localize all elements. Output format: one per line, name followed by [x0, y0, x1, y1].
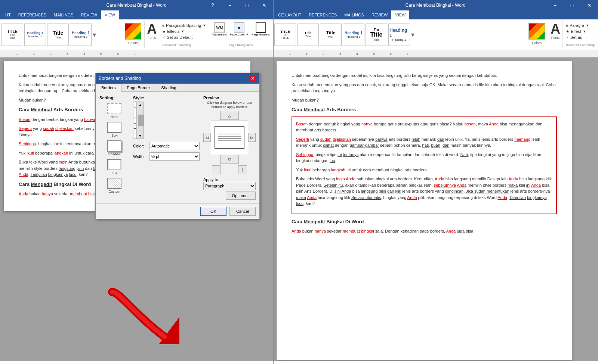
color-label: Color:: [133, 144, 148, 148]
dialog-close-btn[interactable]: ✕: [249, 75, 256, 82]
preview-hint: Click on diagram below or use buttons to…: [203, 101, 256, 109]
preview-bottom-border-btn[interactable]: ▽: [220, 155, 239, 164]
setting-shadow[interactable]: Shadow: [99, 140, 129, 157]
right-style-thumb-4[interactable]: Heading 1 Heading 1: [343, 24, 364, 46]
width-select[interactable]: ½ pt 1 pt 2 pt: [150, 152, 200, 161]
right-style-thumb-2[interactable]: Title Title: [297, 24, 319, 46]
apply-to-label: Apply to:: [203, 177, 219, 182]
style-line-none[interactable]: [134, 103, 136, 108]
custom-box: [107, 178, 121, 189]
right-bordered-para4: Yuk ikuti beberapa langkah ini untuk car…: [296, 167, 552, 173]
scroll-thumb: [138, 115, 144, 126]
style-line-dotted1[interactable]: [134, 118, 136, 124]
preview-line-4: [218, 140, 241, 141]
preview-inner-v-btn[interactable]: ⎮: [238, 165, 247, 174]
preview-line-1: [218, 134, 241, 134]
right-minimize-btn[interactable]: −: [546, 0, 564, 10]
options-button[interactable]: Options...: [226, 192, 256, 200]
shadow-box: [107, 140, 121, 152]
right-eff-arrow: ▼: [583, 29, 586, 33]
cancel-button[interactable]: Cancel: [229, 207, 256, 216]
right-close-btn[interactable]: ✕: [581, 0, 598, 10]
right-ps-icon: ≡: [566, 24, 568, 28]
box-label: Box: [111, 134, 117, 137]
dialog-controls[interactable]: ✕: [249, 75, 256, 82]
setting-custom[interactable]: Custom: [99, 177, 129, 194]
right-styles-scroll[interactable]: ▾: [411, 31, 414, 39]
right-tab-gelayout[interactable]: GE LAYOUT: [274, 10, 305, 19]
right-para2: Kalau sudah menemukan yang pas dan cocok…: [292, 82, 557, 94]
right-fonts-group: A Fonts: [548, 21, 563, 48]
threed-label: 3-D: [112, 171, 117, 175]
panel-divider: [273, 0, 274, 364]
dialog-tab-shading[interactable]: Shading: [155, 84, 182, 92]
right-tab-review[interactable]: REVIEW: [368, 10, 391, 19]
style-list-area: ▲ ▼: [133, 102, 200, 142]
right-style-thumb-5[interactable]: Tru Title Title: [366, 24, 387, 46]
preview-left-border-btn[interactable]: ◁: [203, 133, 211, 142]
right-style-title-tru: Tru: [374, 28, 379, 31]
right-style-thumb-1[interactable]: TITLE e TITLE: [274, 24, 296, 46]
setting-none[interactable]: None: [99, 102, 129, 119]
right-effects-item[interactable]: ★ Effect ▼: [566, 28, 595, 34]
style-line-solid1[interactable]: [134, 108, 136, 113]
settings-column: Setting: None Box Shadow: [99, 96, 129, 200]
right-style-title-lg: Title: [326, 30, 335, 35]
right-colors-block[interactable]: [528, 23, 545, 40]
style-line-solid3[interactable]: [134, 129, 136, 134]
right-style-title-preview: TITLE: [281, 30, 290, 34]
style-line-solid2[interactable]: [134, 124, 136, 129]
right-set-default-item[interactable]: ✓ Set as: [566, 34, 595, 40]
right-title-bar: Cara Membuat Bingkai - Word − □ ✕: [273, 0, 598, 10]
borders-shading-dialog: Borders and Shading ✕ Borders Page Borde…: [95, 73, 260, 219]
shadow-label: Shadow: [108, 152, 121, 156]
none-label: None: [110, 115, 118, 119]
scroll-up-btn[interactable]: ▲: [138, 103, 142, 107]
preview-line-2: [218, 136, 241, 137]
preview-bottom-controls: ▽: [203, 155, 256, 164]
preview-box[interactable]: [211, 121, 248, 154]
ok-button[interactable]: OK: [200, 207, 226, 216]
right-tab-view[interactable]: VIEW: [391, 10, 409, 19]
color-select[interactable]: Automatic: [150, 142, 200, 150]
preview-inner-h-btn[interactable]: ⎯: [212, 165, 221, 174]
right-bordered-para1: Bosan dengan bentuk bingkai yang hanya b…: [296, 121, 552, 133]
apply-to-select[interactable]: Paragraph Text: [203, 182, 256, 190]
right-tab-mailings[interactable]: MAILINGS: [340, 10, 368, 19]
right-style-thumb-3[interactable]: Title Title: [320, 24, 342, 46]
right-style-big-title: Title: [370, 31, 383, 38]
right-ruler: -1 1 2 3 4 5 6 7: [273, 50, 598, 57]
none-box: [107, 103, 121, 114]
scroll-down-btn[interactable]: ▼: [138, 134, 142, 138]
left-word-window: Cara Membuat Bingkai - Word ? − □ ✕ UT R…: [0, 0, 273, 364]
dialog-tab-page-border[interactable]: Page Border: [121, 84, 156, 92]
dialog-title: Borders and Shading: [99, 76, 141, 81]
preview-border-inner: [215, 126, 244, 149]
right-maximize-btn[interactable]: □: [564, 0, 581, 10]
dialog-tab-borders[interactable]: Borders: [96, 84, 121, 92]
right-colors-group: Colors: [525, 21, 548, 48]
right-window-controls[interactable]: − □ ✕: [546, 0, 598, 10]
right-style-h1c: Heading 1: [389, 28, 409, 38]
style-line-dashed1[interactable]: [134, 113, 136, 118]
right-heading1: Cara Membuat Arts Borders: [292, 106, 557, 113]
right-paragraph-spacing-item[interactable]: ≡ Paragra ▼: [566, 22, 595, 28]
right-set-as-label: Set as: [570, 35, 582, 40]
dialog-titlebar: Borders and Shading ✕: [96, 73, 259, 84]
right-bordered-para2: Seperti yang sudah dijelaskan sebelumnya…: [296, 136, 552, 149]
preview-doc-lines: [217, 132, 242, 143]
preview-right-border-btn[interactable]: ▷: [248, 133, 256, 142]
right-doc-page: Untuk membuat bingkai dengan model ini, …: [277, 61, 572, 360]
right-tab-references[interactable]: REFERENCES: [305, 10, 340, 19]
right-fonts-icon[interactable]: A: [551, 22, 560, 36]
right-effects-label: Effect: [571, 29, 581, 34]
right-doc-body[interactable]: Untuk membuat bingkai dengan model ini, …: [273, 57, 598, 361]
setting-3d[interactable]: 3-D: [99, 158, 129, 175]
right-fonts-label: Fonts: [551, 36, 560, 40]
preview-top-border-btn[interactable]: △: [220, 111, 239, 120]
setting-box[interactable]: Box: [99, 121, 129, 138]
style-list: [133, 102, 136, 135]
style-list-container[interactable]: [133, 102, 137, 139]
style-scrollbar[interactable]: ▲ ▼: [137, 102, 144, 139]
right-style-thumb-6[interactable]: Heading 1 Heading 1: [388, 24, 410, 46]
